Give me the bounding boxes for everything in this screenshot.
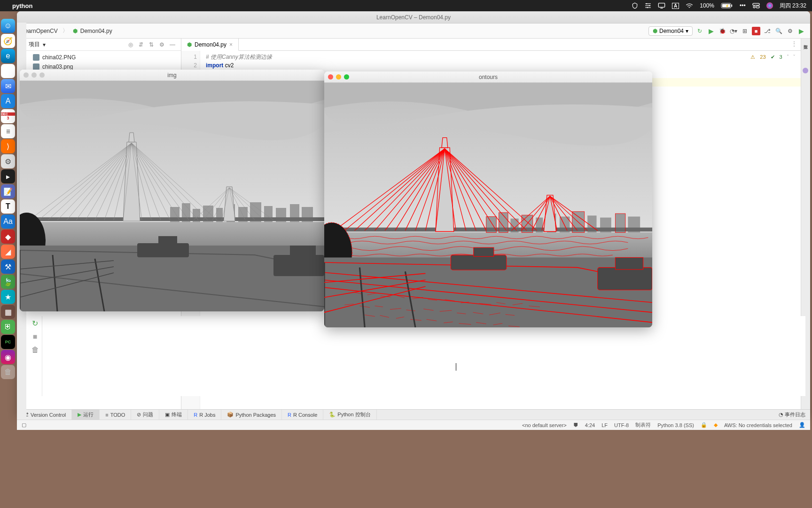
wifi-icon[interactable] xyxy=(686,3,693,8)
dock-app6[interactable]: ◉ xyxy=(1,350,15,364)
close-tab-icon[interactable]: × xyxy=(229,41,233,48)
ide-titlebar[interactable]: LearnOpenCV – Demon04.py xyxy=(17,11,810,24)
dock-xcode[interactable]: ⚒ xyxy=(1,260,15,274)
git-icon[interactable]: ⎇ xyxy=(763,27,772,35)
breadcrumb-project[interactable]: LearnOpenCV xyxy=(22,28,58,34)
chevron-up-icon[interactable]: ˆ xyxy=(787,53,789,61)
close-window-icon[interactable] xyxy=(328,74,333,79)
person-icon[interactable]: 👤 xyxy=(799,422,805,428)
status-indent[interactable]: 制表符 xyxy=(635,421,651,429)
dock-settings[interactable]: ⚙ xyxy=(1,154,15,168)
trash-icon[interactable]: 🗑 xyxy=(31,346,39,354)
bottom-tab-terminal[interactable]: ▣终端 xyxy=(159,410,188,420)
bottom-tab-rjobs[interactable]: RR Jobs xyxy=(188,410,221,420)
run-anything-icon[interactable]: ▶ xyxy=(797,27,805,35)
aws-icon[interactable]: ◆ xyxy=(714,422,718,428)
dock-finder[interactable]: ☺ xyxy=(1,19,15,33)
status-aws[interactable]: AWS: No credentials selected xyxy=(724,422,792,428)
dock-app3[interactable]: ★ xyxy=(1,290,15,304)
bottom-tab-pyconsole[interactable]: 🐍Python 控制台 xyxy=(323,410,376,420)
rerun-icon[interactable]: ↻ xyxy=(32,319,38,328)
opencv-image-window-img[interactable]: img xyxy=(20,70,324,311)
shield-icon[interactable]: ⛊ xyxy=(573,422,578,428)
battery-percent[interactable]: 100% xyxy=(700,2,714,9)
event-log-button[interactable]: ◔ 事件日志 xyxy=(779,411,810,418)
reload-icon[interactable]: ↻ xyxy=(695,27,704,35)
window-icon[interactable]: ▢ xyxy=(22,422,26,428)
dock-store[interactable]: A xyxy=(1,94,15,108)
dock-app4[interactable]: ▦ xyxy=(1,305,15,319)
dock-pycharm[interactable]: PC xyxy=(1,335,15,349)
minimize-window-icon[interactable] xyxy=(336,74,341,79)
expand-icon[interactable]: ⇅ xyxy=(149,41,156,48)
inspection-widget[interactable]: ⚠23 ✔3 ˆ ˇ xyxy=(750,53,795,61)
dock-calendar[interactable]: DEC3 xyxy=(1,109,15,123)
editor-tab[interactable]: ⬢ Demon04.py × xyxy=(181,39,239,51)
battery-icon[interactable]: ⚡ xyxy=(721,3,733,8)
active-app-name[interactable]: python xyxy=(12,2,32,9)
dock-terminal[interactable]: ▸ xyxy=(1,169,15,183)
shield-icon[interactable] xyxy=(632,2,638,9)
debug-icon[interactable]: 🐞 xyxy=(718,27,726,35)
dock-app1[interactable]: ◆ xyxy=(1,230,15,244)
chevron-down-icon[interactable]: ˇ xyxy=(793,53,795,61)
toggles-icon[interactable] xyxy=(645,2,651,9)
input-menu-icon[interactable]: A xyxy=(672,3,679,9)
bottom-tab-problems[interactable]: ⊘问题 xyxy=(131,410,159,420)
stop-icon[interactable]: ■ xyxy=(33,333,38,341)
gear-icon[interactable]: ⚙ xyxy=(159,41,167,48)
run-config-selector[interactable]: ⬢ Demon04 ▾ xyxy=(648,26,693,36)
target-icon[interactable]: ◎ xyxy=(128,41,136,48)
dock-safari[interactable]: 🧭 xyxy=(1,34,15,48)
dock-notes[interactable]: 📝 xyxy=(1,184,15,198)
dock-mail[interactable]: ✉ xyxy=(1,79,15,93)
dock-dictionary[interactable]: Aa xyxy=(1,214,15,229)
dock-edge[interactable]: e xyxy=(1,49,15,63)
status-caret-pos[interactable]: 4:24 xyxy=(585,422,595,428)
bottom-tab-run[interactable]: ▶运行 xyxy=(72,410,100,420)
siri-icon[interactable] xyxy=(766,2,773,9)
dock-swift[interactable]: ⟩ xyxy=(1,139,15,153)
dock-chrome[interactable]: ◉ xyxy=(1,64,15,78)
search-icon[interactable]: 🔍 xyxy=(774,27,783,35)
bottom-tab-rconsole[interactable]: RR Console xyxy=(282,410,323,420)
file-item[interactable]: china02.PNG xyxy=(17,53,181,62)
dock-app5[interactable]: ⛨ xyxy=(1,320,15,334)
status-line-sep[interactable]: LF xyxy=(601,422,608,428)
profile-icon[interactable]: ⊞ xyxy=(741,27,749,35)
image-window-titlebar[interactable]: ontours xyxy=(324,71,652,83)
status-server[interactable]: <no default server> xyxy=(522,422,567,428)
control-center-icon[interactable] xyxy=(752,3,760,8)
status-encoding[interactable]: UTF-8 xyxy=(614,422,629,428)
image-window-titlebar[interactable]: img xyxy=(20,70,324,81)
svg-rect-6 xyxy=(658,3,664,8)
clock-datetime[interactable]: 周四 23:32 xyxy=(780,2,806,10)
collapse-icon[interactable]: ⇵ xyxy=(139,41,146,48)
dock-trash[interactable]: 🗑 xyxy=(1,365,15,379)
run-icon[interactable]: ▶ xyxy=(707,27,715,35)
ellipsis-icon[interactable]: ••• xyxy=(740,2,746,9)
bottom-tab-todo[interactable]: ≡TODO xyxy=(100,410,131,420)
breadcrumb-file[interactable]: Demon04.py xyxy=(80,28,112,34)
dock-matlab[interactable]: ◢ xyxy=(1,245,15,259)
traffic-lights[interactable] xyxy=(328,74,349,79)
settings-gear-icon[interactable]: ⚙ xyxy=(786,27,794,35)
dock-typora[interactable]: T xyxy=(1,199,15,214)
run-console-output[interactable] xyxy=(42,316,805,396)
lock-icon[interactable]: 🔒 xyxy=(701,422,707,428)
stop-icon[interactable]: ■ xyxy=(752,27,760,35)
coverage-icon[interactable]: ◔▾ xyxy=(729,27,738,35)
dock-reminders[interactable]: ☰ xyxy=(1,124,15,138)
opencv-image-window-ontours[interactable]: ontours xyxy=(324,71,652,327)
tab-options-icon[interactable]: ⋮ xyxy=(788,39,801,50)
dock-app2[interactable]: 🍃 xyxy=(1,275,15,289)
status-interpreter[interactable]: Python 3.8 (SS) xyxy=(657,422,694,428)
hide-panel-icon[interactable]: — xyxy=(170,41,177,48)
chevron-down-icon: ▾ xyxy=(686,28,688,34)
project-panel-header[interactable]: ▣ 项目 ▾ ◎ ⇵ ⇅ ⚙ — xyxy=(17,39,181,51)
bottom-tab-pypackages[interactable]: 📦Python Packages xyxy=(221,410,282,420)
run-config-name: Demon04 xyxy=(659,28,684,34)
zoom-window-icon[interactable] xyxy=(344,74,349,79)
display-icon[interactable] xyxy=(658,2,665,9)
avatar-icon[interactable] xyxy=(803,68,808,73)
